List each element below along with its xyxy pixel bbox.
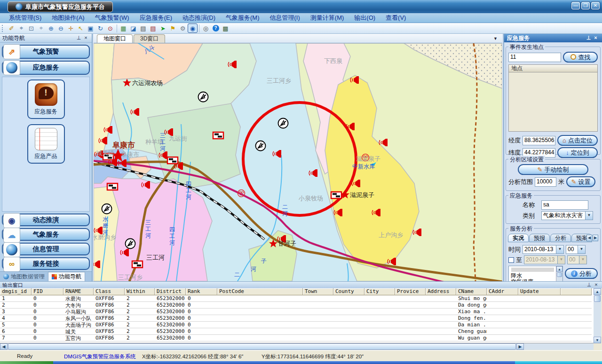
tool-help-tool[interactable]: ?	[211, 24, 221, 33]
tab-3D窗口[interactable]: 3D窗口	[134, 34, 165, 43]
column-header[interactable]: Address	[426, 288, 456, 295]
station-marker[interactable]	[126, 239, 135, 249]
table-row[interactable]: 70五官沟OXFF8626523020000Wu guan gou	[0, 335, 594, 341]
type-select[interactable]: 气象和洪水灾害 ▼	[541, 211, 593, 220]
column-header[interactable]: Class	[94, 288, 125, 295]
toolbar-grip[interactable]	[2, 25, 5, 32]
location-list-header[interactable]: 地点	[508, 64, 598, 72]
table-horizontal-scrollbar[interactable]: ◀ ▶	[0, 343, 594, 350]
flag-marker[interactable]	[107, 183, 118, 190]
tool-placemark-tool[interactable]: ⚑	[168, 24, 178, 33]
tab-scroll-right-icon[interactable]: ▶	[593, 235, 598, 241]
column-header[interactable]: RNAME	[63, 288, 94, 295]
search-button[interactable]: 查找	[563, 52, 598, 63]
column-header[interactable]: Town	[303, 288, 333, 295]
column-header[interactable]: Provice	[395, 288, 426, 295]
tool-rect-select-tool[interactable]: ⊡	[26, 24, 36, 33]
tool-polygon-select-tool[interactable]: ⌖	[36, 24, 46, 33]
table-row[interactable]: 30小马厩沟OXFF8626523020000Xiao ma ...	[0, 309, 594, 315]
tab-scroll-left-icon[interactable]: ◀	[586, 235, 592, 241]
pin-icon[interactable]: ⊥	[585, 35, 592, 41]
tool-identify-tool[interactable]: ⊙	[105, 24, 115, 33]
set-range-button[interactable]: ✎ 设置	[566, 176, 595, 187]
tool-zoom-out-tool[interactable]: ⊖	[56, 24, 66, 33]
menu-item[interactable]: 动态推演(D)	[177, 13, 221, 23]
chevron-down-icon[interactable]: ▼	[585, 212, 593, 220]
restore-button[interactable]: ❐	[581, 2, 590, 9]
menu-item[interactable]: 输出(O)	[349, 13, 380, 23]
tool-globe-tool[interactable]: ◉	[188, 24, 198, 33]
tool-image-tool[interactable]: ▩	[221, 24, 230, 33]
scroll-left-icon[interactable]: ◀	[0, 343, 8, 350]
pin-icon[interactable]: ⊥	[75, 35, 82, 41]
tab-地图数据管理[interactable]: 地图数据管理	[0, 272, 48, 281]
scroll-down-icon[interactable]: ▼	[594, 337, 601, 343]
lng-input[interactable]: 88.3625506	[523, 136, 555, 145]
table-row[interactable]: 40东风一小队OXFF8626523020000Dong fen...	[0, 315, 594, 322]
table-vertical-scrollbar[interactable]: ▲ ▼	[594, 288, 601, 343]
click-locate-button[interactable]: ⌂ 点击定位	[557, 135, 598, 146]
table-row[interactable]: 50大面场子沟OXFF8626523020000Da mian ...	[0, 322, 594, 328]
column-header[interactable]: County	[333, 288, 364, 295]
column-header[interactable]: dmgis_id	[0, 288, 32, 295]
tool-feature-select-tool[interactable]: ➤	[158, 24, 168, 33]
tool-eye-tool[interactable]: ◎	[201, 24, 211, 33]
scroll-up-icon[interactable]: ▲	[594, 288, 601, 295]
date-select[interactable]: 2010-08-13▼	[523, 245, 564, 254]
menu-item[interactable]: 地图操作(A)	[47, 13, 89, 23]
chevron-down-icon[interactable]: ▼	[493, 36, 498, 41]
flag-marker[interactable]	[132, 261, 143, 268]
tool-refresh-tool[interactable]: ↻	[95, 24, 105, 33]
locate-to-button[interactable]: ↓ 定位到	[557, 147, 598, 158]
menu-item[interactable]: 查看(V)	[380, 13, 411, 23]
scroll-up-icon[interactable]: ▲	[556, 266, 562, 272]
tab-分析[interactable]: 分析	[550, 234, 571, 242]
analyze-button[interactable]: i 分析	[565, 268, 598, 279]
sidebar-item-信息管理[interactable]: 信息管理	[2, 243, 90, 255]
location-list[interactable]	[508, 72, 598, 132]
date-to-select[interactable]: 2010-08-13▼	[524, 255, 565, 264]
close-icon[interactable]: ×	[593, 282, 600, 288]
tab-功能导航[interactable]: 功能导航	[48, 272, 85, 281]
tab-实况[interactable]: 实况	[508, 234, 529, 242]
tab-地图窗口[interactable]: 地图窗口	[97, 34, 133, 43]
column-header[interactable]: CAddr	[487, 288, 518, 295]
column-header[interactable]	[561, 288, 592, 295]
column-header[interactable]: FID	[32, 288, 63, 295]
menu-item[interactable]: 气象服务(M)	[221, 13, 265, 23]
flag-marker[interactable]	[167, 157, 178, 164]
close-button[interactable]: ✕	[591, 2, 600, 9]
tool-settings-tool[interactable]: ⚙	[178, 24, 188, 33]
table-row[interactable]: 60城关OXFF8526523020000Cheng guan	[0, 328, 594, 335]
sidebar-item-气象服务[interactable]: ☁气象服务	[2, 228, 90, 241]
menu-item[interactable]: 信息管理(I)	[265, 13, 305, 23]
menu-item[interactable]: 测量计算(M)	[305, 13, 349, 23]
close-icon[interactable]: ×	[82, 35, 89, 41]
manual-draw-button[interactable]: ✎ 手动绘制	[518, 164, 588, 175]
station-marker[interactable]	[198, 92, 208, 102]
table-row[interactable]: 10水磨沟OXFF8626523020000Shui mo gou	[0, 295, 594, 302]
column-header[interactable]: CName	[456, 288, 487, 295]
big-button-应急服务[interactable]: !应急服务	[27, 79, 65, 119]
column-header[interactable]: PostCode	[217, 288, 303, 295]
tool-layers-tool[interactable]: ▦	[119, 24, 128, 33]
map-canvas[interactable]: 六运湖农场三工河乡下西泉九运街阜康市城关镇阜康市种羊场水磨沟乡三工河三工河乡小泉…	[94, 43, 502, 281]
tool-measure-tool[interactable]: ✐	[7, 24, 16, 33]
hour-to-select[interactable]: 00▼	[567, 255, 587, 264]
close-icon[interactable]: ×	[592, 35, 599, 41]
tool-print-preview-tool[interactable]: ▤	[148, 24, 158, 33]
menu-item[interactable]: 气象预警(W)	[90, 13, 135, 23]
station-marker[interactable]	[278, 119, 288, 128]
flag-marker[interactable]	[331, 192, 341, 198]
tool-pan-tool[interactable]: ✛	[66, 24, 76, 33]
station-marker[interactable]	[102, 204, 112, 214]
tab-预报[interactable]: 预报	[529, 234, 550, 242]
column-header[interactable]: Rank	[186, 288, 217, 295]
tool-pointer-tool[interactable]: ↖	[76, 24, 86, 33]
range-input[interactable]: 10000	[535, 177, 556, 187]
menu-item[interactable]: 应急服务(E)	[135, 13, 177, 23]
tool-print-tool[interactable]: ▤	[138, 24, 148, 33]
minimize-button[interactable]: —	[571, 2, 580, 9]
station-marker[interactable]	[256, 141, 266, 151]
table-row[interactable]: 20大冬沟OXFF8626523020000Da dong gou	[0, 302, 594, 309]
